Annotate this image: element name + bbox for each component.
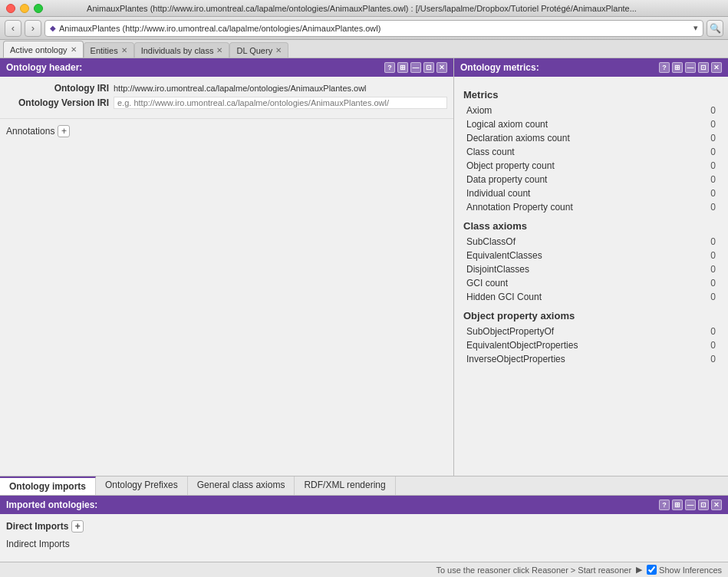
bottom-tab-prefixes[interactable]: Ontology Prefixes [96, 476, 188, 495]
top-panels: Ontology header: ? ⊞ — ⊡ ✕ Ontology IRI … [0, 58, 728, 476]
metric-value: 0 [696, 338, 719, 352]
forward-button[interactable]: › [25, 20, 41, 37]
tab-entities-close[interactable]: ✕ [121, 46, 127, 54]
imported-header-icons: ? ⊞ — ⊡ ✕ [659, 500, 722, 510]
show-inferences-label: Show Inferences [659, 565, 722, 575]
metrics-icon-2[interactable]: ⊞ [672, 62, 683, 73]
imported-icon-5[interactable]: ✕ [711, 500, 722, 510]
table-row: InverseObjectProperties0 [463, 352, 719, 366]
reasoner-text: To use the reasoner click Reasoner > Sta… [436, 565, 631, 575]
table-row: Logical axiom count0 [463, 117, 719, 131]
metric-value: 0 [696, 117, 719, 131]
table-row: Declaration axioms count0 [463, 131, 719, 145]
metric-value: 0 [696, 131, 719, 145]
metrics-table: SubObjectPropertyOf0EquivalentObjectProp… [463, 325, 719, 366]
metrics-icon-1[interactable]: ? [659, 62, 670, 73]
url-bar[interactable]: ◆ AnimauxPlantes (http://www.iro.umontre… [44, 20, 703, 37]
indirect-imports-section: Indirect Imports [6, 539, 722, 549]
metrics-header-icons: ? ⊞ — ⊡ ✕ [659, 62, 722, 73]
metrics-content: MetricsAxiom0Logical axiom count0Declara… [454, 77, 728, 476]
ontology-icon: ◆ [50, 24, 56, 32]
metric-value: 0 [696, 290, 719, 304]
metric-value: 0 [696, 145, 719, 159]
metric-value: 0 [696, 249, 719, 262]
add-direct-import-button[interactable]: + [71, 520, 84, 532]
imported-icon-3[interactable]: — [685, 500, 696, 510]
metrics-icon-5[interactable]: ✕ [711, 62, 722, 73]
main-content: Ontology header: ? ⊞ — ⊡ ✕ Ontology IRI … [0, 58, 728, 562]
tab-bar: Active ontology ✕ Entities ✕ Individuals… [0, 40, 728, 58]
bottom-tab-rdfxml[interactable]: RDF/XML rendering [295, 476, 395, 495]
table-row: Annotation Property count0 [463, 200, 719, 214]
table-row: Class count0 [463, 145, 719, 159]
add-annotation-button[interactable]: + [58, 125, 70, 137]
tab-individuals-close[interactable]: ✕ [216, 46, 222, 54]
url-text: AnimauxPlantes (http://www.iro.umontreal… [59, 24, 690, 33]
metric-label: Axiom [463, 104, 696, 117]
metrics-section-title: Object property axioms [463, 310, 719, 321]
imported-icon-4[interactable]: ⊡ [698, 500, 709, 510]
table-row: SubClassOf0 [463, 235, 719, 249]
header-icon-3[interactable]: — [410, 62, 421, 73]
metrics-header-bar: Ontology metrics: ? ⊞ — ⊡ ✕ [454, 58, 728, 77]
table-row: Hidden GCI Count0 [463, 290, 719, 304]
annotations-section: Annotations + [0, 119, 453, 476]
direct-imports-section: Direct Imports + [6, 520, 722, 532]
metrics-icon-4[interactable]: ⊡ [698, 62, 709, 73]
metric-label: DisjointClasses [463, 262, 696, 276]
tab-entities-label: Entities [91, 46, 118, 55]
search-button[interactable]: 🔍 [707, 20, 723, 37]
header-icon-2[interactable]: ⊞ [397, 62, 408, 73]
back-button[interactable]: ‹ [5, 20, 21, 37]
bottom-tab-ontology-imports[interactable]: Ontology imports [0, 476, 96, 495]
dropdown-icon: ▾ [693, 23, 698, 33]
table-row: Individual count0 [463, 186, 719, 200]
header-icon-5[interactable]: ✕ [436, 62, 447, 73]
ontology-version-iri-input[interactable] [114, 97, 447, 109]
tab-dl-query-close[interactable]: ✕ [275, 46, 282, 54]
metric-label: InverseObjectProperties [463, 352, 696, 366]
metric-label: Declaration axioms count [463, 131, 696, 145]
metric-value: 0 [696, 262, 719, 276]
ontology-header-title: Ontology header: [6, 62, 82, 73]
metric-label: Hidden GCI Count [463, 290, 696, 304]
metric-label: Class count [463, 145, 696, 159]
show-inferences-checkbox[interactable] [647, 565, 657, 575]
metric-label: EquivalentClasses [463, 249, 696, 262]
metrics-icon-3[interactable]: — [685, 62, 696, 73]
header-icon-1[interactable]: ? [384, 62, 395, 73]
bottom-tab-general-class-axioms[interactable]: General class axioms [188, 476, 295, 495]
metrics-table: Axiom0Logical axiom count0Declaration ax… [463, 104, 719, 214]
table-row: DisjointClasses0 [463, 262, 719, 276]
metric-label: EquivalentObjectProperties [463, 338, 696, 352]
metric-value: 0 [696, 104, 719, 117]
imported-ontologies-header: Imported ontologies: ? ⊞ — ⊡ ✕ [0, 496, 728, 514]
metric-value: 0 [696, 173, 719, 186]
metric-value: 0 [696, 235, 719, 249]
imported-ontologies-title: Imported ontologies: [6, 500, 97, 510]
metric-label: Object property count [463, 159, 696, 173]
metric-value: 0 [696, 276, 719, 290]
search-icon: 🔍 [710, 23, 721, 34]
tab-individuals-by-class[interactable]: Individuals by class ✕ [134, 42, 230, 58]
tab-dl-query[interactable]: DL Query ✕ [229, 42, 288, 58]
nav-bar: ‹ › ◆ AnimauxPlantes (http://www.iro.umo… [0, 17, 728, 40]
table-row: EquivalentObjectProperties0 [463, 338, 719, 352]
header-icon-4[interactable]: ⊡ [423, 62, 434, 73]
imported-icon-1[interactable]: ? [659, 500, 670, 510]
bottom-tab-bar: Ontology imports Ontology Prefixes Gener… [0, 476, 728, 496]
direct-imports-label: Direct Imports + [6, 520, 722, 532]
direct-imports-text: Direct Imports [6, 521, 68, 532]
tab-active-ontology[interactable]: Active ontology ✕ [3, 41, 84, 58]
ontology-version-iri-label: Ontology Version IRI [6, 97, 114, 108]
metric-label: Annotation Property count [463, 200, 696, 214]
table-row: Axiom0 [463, 104, 719, 117]
table-row: GCI count0 [463, 276, 719, 290]
metric-label: GCI count [463, 276, 696, 290]
metric-value: 0 [696, 325, 719, 338]
tab-entities[interactable]: Entities ✕ [84, 42, 134, 58]
forward-icon: › [31, 22, 35, 34]
imported-icon-2[interactable]: ⊞ [672, 500, 683, 510]
ontology-iri-value[interactable]: http://www.iro.umontreal.ca/lapalme/onto… [114, 84, 447, 93]
tab-active-ontology-close[interactable]: ✕ [71, 45, 77, 54]
